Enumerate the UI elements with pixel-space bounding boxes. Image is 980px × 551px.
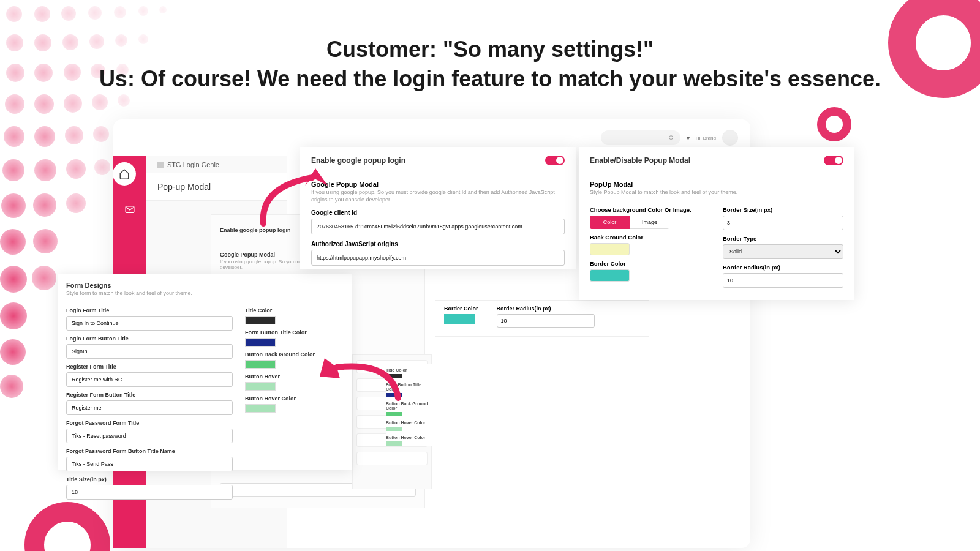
subheadline-text: Us: Of course! We need the login feature… [0, 66, 980, 92]
btn-hover-color-swatch[interactable] [245, 404, 276, 413]
login-btn-input[interactable] [66, 344, 233, 359]
folder-icon [157, 162, 164, 168]
ring-decoration-bottom [24, 502, 110, 551]
border-type-select[interactable]: Solid [723, 244, 843, 259]
search-input[interactable] [601, 130, 680, 145]
mail-icon [124, 204, 135, 215]
border-radius-input-b[interactable] [497, 314, 595, 328]
ring-decoration-small [817, 107, 851, 141]
search-icon [668, 135, 674, 141]
form-btn-title-color-swatch[interactable] [245, 338, 276, 347]
mini-btn-hover-color-swatch[interactable] [386, 441, 403, 446]
popup-enable-toggle[interactable] [824, 156, 843, 165]
mini-btn-bg-swatch[interactable] [386, 411, 403, 417]
login-title-input[interactable] [66, 316, 233, 331]
title-size-input[interactable] [66, 485, 233, 500]
login-btn-label: Login Form Button Title [66, 335, 233, 342]
google-panel-header: Enable google popup login [311, 156, 405, 165]
svg-point-0 [669, 136, 673, 140]
mini-btn-hover-color-label: Button Hover Color [386, 435, 432, 440]
google-enable-toggle[interactable] [545, 156, 565, 165]
bg-color-label: Back Ground Color [590, 234, 710, 241]
register-btn-label: Register Form Button Title [66, 392, 233, 398]
arrow-annotation-1 [257, 168, 343, 230]
user-greeting: Hi, Brand [696, 135, 716, 141]
btn-hover-swatch[interactable] [245, 382, 276, 391]
pill-color[interactable]: Color [590, 216, 630, 229]
btn-bg-swatch[interactable] [245, 360, 276, 369]
forgot-title-label: Forgot Password Form Title [66, 420, 233, 426]
google-origins-label: Authorized JavaScript origins [311, 241, 565, 247]
forgot-btn-input[interactable] [66, 457, 233, 471]
border-color-swatch[interactable] [590, 269, 630, 282]
bg-choice-label: Choose background Color Or Image. [590, 206, 710, 213]
form-designs-panel: Form Designs Style form to match the loo… [58, 274, 352, 470]
svg-line-1 [672, 139, 673, 140]
border-color-label: Border Color [590, 260, 710, 267]
bg-choice-pills: Color Image [590, 216, 669, 229]
popup-modal-desc: Style Popup Modal to match the look and … [590, 189, 843, 195]
register-btn-input[interactable] [66, 400, 233, 415]
title-color-label: Title Color [245, 307, 343, 313]
login-title-label: Login Form Title [66, 307, 233, 313]
register-title-label: Register Form Title [66, 364, 233, 370]
mini-btn-hover-label: Button Hover Color [386, 421, 432, 425]
border-size-input[interactable] [723, 216, 843, 230]
popup-panel-header: Enable/Disable Popup Modal [590, 156, 690, 165]
form-designs-desc: Style form to match the look and feel of… [66, 290, 343, 296]
pill-image[interactable]: Image [630, 216, 669, 229]
dropdown-caret-icon[interactable]: ▾ [687, 135, 690, 141]
headline-text: Customer: "So many settings!" [0, 37, 980, 62]
border-radius-label-b: Border Radius(in px) [497, 305, 595, 312]
forgot-btn-label: Forgot Password Form Button Title Name [66, 448, 233, 454]
form-btn-title-color-label: Form Button Title Color [245, 329, 343, 335]
bg-color-swatch[interactable] [590, 243, 630, 255]
google-modal-heading: Google Popup Modal [311, 181, 565, 188]
register-title-input[interactable] [66, 372, 233, 387]
google-client-id-input[interactable] [311, 219, 565, 234]
popup-modal-heading: PopUp Modal [590, 181, 843, 188]
popup-style-strip: Border Color Border Radius(in px) [435, 300, 649, 337]
sidebar-item-home[interactable] [113, 162, 136, 186]
app-name-label: STG Login Genie [167, 161, 219, 168]
title-color-swatch[interactable] [245, 316, 276, 324]
google-origins-input[interactable] [311, 250, 565, 266]
arrow-annotation-2 [312, 355, 404, 410]
forgot-title-input[interactable] [66, 429, 233, 443]
sidebar-item-mail[interactable] [118, 198, 141, 221]
home-icon [119, 168, 130, 179]
avatar[interactable] [722, 130, 738, 146]
title-size-label: Title Size(in px) [66, 476, 233, 482]
mini-btn-hover-swatch[interactable] [386, 426, 403, 432]
google-modal-desc: If you using google popup. So you must p… [311, 189, 565, 203]
google-client-id-label: Google client Id [311, 209, 565, 216]
border-radius-input[interactable] [723, 273, 843, 288]
border-color-label-b: Border Color [444, 305, 478, 312]
border-color-swatch-b[interactable] [444, 314, 475, 324]
border-radius-label: Border Radius(in px) [723, 264, 843, 271]
border-size-label: Border Size(in px) [723, 206, 843, 213]
border-type-label: Border Type [723, 235, 843, 242]
form-designs-heading: Form Designs [66, 282, 343, 289]
popup-modal-panel: Enable/Disable Popup Modal PopUp Modal S… [579, 147, 854, 300]
